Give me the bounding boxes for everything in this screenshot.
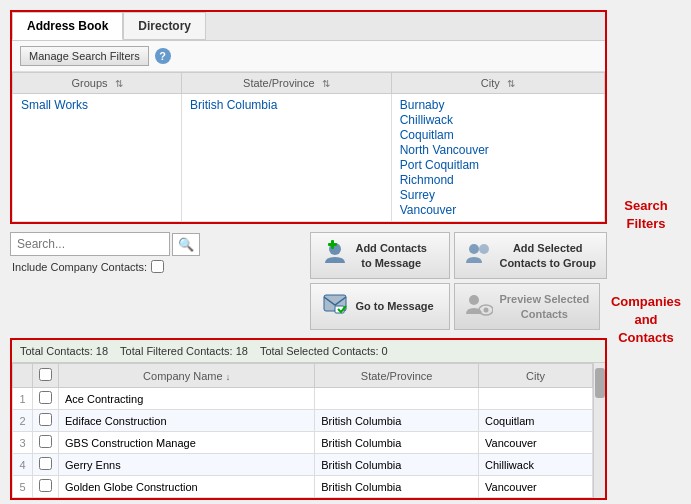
search-icon: 🔍 <box>178 237 194 252</box>
row-5-checkbox[interactable] <box>39 479 52 492</box>
row-1-checkbox[interactable] <box>39 391 52 404</box>
manage-search-filters-button[interactable]: Manage Search Filters <box>20 46 149 66</box>
search-input-row: 🔍 <box>10 232 200 256</box>
preview-selected-icon <box>465 290 493 323</box>
row-1-check[interactable] <box>33 388 59 410</box>
city-richmond: Richmond <box>400 173 596 187</box>
row-5-num: 5 <box>13 476 33 498</box>
city-list: Burnaby Chilliwack Coquitlam North Vanco… <box>400 98 596 217</box>
row-3-check[interactable] <box>33 432 59 454</box>
side-labels: SearchFilters Companiesand Contacts <box>611 10 681 500</box>
go-to-message-label: Go to Message <box>355 299 433 313</box>
row-1-city <box>479 388 593 410</box>
row-4-state: British Columbia <box>315 454 479 476</box>
row-1-state <box>315 388 479 410</box>
help-icon[interactable]: ? <box>155 48 171 64</box>
row-5-company: Golden Globe Construction <box>59 476 315 498</box>
col-city: City ⇅ <box>391 73 604 94</box>
total-selected: Total Selected Contacts: 0 <box>260 345 388 357</box>
row-2-check[interactable] <box>33 410 59 432</box>
company-sort-icon[interactable]: ↓ <box>226 372 231 382</box>
row-2-city: Coquitlam <box>479 410 593 432</box>
add-selected-icon <box>465 239 493 272</box>
col-state-province: State/Province ⇅ <box>182 73 392 94</box>
col-city-header: City <box>479 364 593 388</box>
row-4-check[interactable] <box>33 454 59 476</box>
search-button[interactable]: 🔍 <box>172 233 200 256</box>
table-row: 1 Ace Contracting <box>13 388 593 410</box>
row-3-num: 3 <box>13 432 33 454</box>
go-to-message-button[interactable]: Go to Message <box>310 283 450 330</box>
include-company-row: Include Company Contacts: <box>10 260 200 273</box>
preview-selected-button[interactable]: Preview SelectedContacts <box>454 283 600 330</box>
row-2-num: 2 <box>13 410 33 432</box>
row-3-city: Vancouver <box>479 432 593 454</box>
add-contacts-button[interactable]: Add Contactsto Message <box>310 232 450 279</box>
filter-city-values: Burnaby Chilliwack Coquitlam North Vanco… <box>391 94 604 222</box>
svg-point-3 <box>469 244 479 254</box>
row-5-state: British Columbia <box>315 476 479 498</box>
contacts-section: Total Contacts: 18 Total Filtered Contac… <box>10 338 607 500</box>
filter-groups-value: Small Works <box>13 94 182 222</box>
add-contacts-icon <box>321 239 349 272</box>
row-3-state: British Columbia <box>315 432 479 454</box>
city-north-vancouver: North Vancouver <box>400 143 596 157</box>
row-3-company: GBS Construction Manage <box>59 432 315 454</box>
col-num-header <box>13 364 33 388</box>
include-company-checkbox[interactable] <box>151 260 164 273</box>
search-input[interactable] <box>10 232 170 256</box>
preview-selected-label: Preview SelectedContacts <box>499 292 589 321</box>
filter-state-value: British Columbia <box>182 94 392 222</box>
add-selected-button[interactable]: Add SelectedContacts to Group <box>454 232 607 279</box>
col-groups: Groups ⇅ <box>13 73 182 94</box>
table-row: 4 Gerry Enns British Columbia Chilliwack <box>13 454 593 476</box>
scrollbar-thumb[interactable] <box>595 368 605 398</box>
action-buttons: Add Contactsto Message Add SelectedCont <box>310 232 607 330</box>
add-selected-label: Add SelectedContacts to Group <box>499 241 596 270</box>
preview-selected-svg <box>465 290 493 318</box>
add-contacts-svg <box>321 239 349 267</box>
add-selected-svg <box>465 239 493 267</box>
svg-point-9 <box>484 308 489 313</box>
city-sort-icon[interactable]: ⇅ <box>507 78 515 89</box>
row-5-check[interactable] <box>33 476 59 498</box>
action-area: 🔍 Include Company Contacts: <box>10 232 607 330</box>
tab-directory[interactable]: Directory <box>123 12 206 40</box>
svg-point-4 <box>479 244 489 254</box>
add-contacts-label: Add Contactsto Message <box>355 241 427 270</box>
companies-contacts-label: Companiesand Contacts <box>611 293 681 348</box>
groups-sort-icon[interactable]: ⇅ <box>115 78 123 89</box>
row-2-state: British Columbia <box>315 410 479 432</box>
go-to-message-svg <box>321 290 349 318</box>
contacts-header: Total Contacts: 18 Total Filtered Contac… <box>12 340 605 363</box>
row-2-checkbox[interactable] <box>39 413 52 426</box>
table-row: 5 Golden Globe Construction British Colu… <box>13 476 593 498</box>
col-state-province-header: State/Province <box>315 364 479 388</box>
action-row-top: Add Contactsto Message Add SelectedCont <box>310 232 607 279</box>
row-1-company: Ace Contracting <box>59 388 315 410</box>
search-filters-section: Address Book Directory Manage Search Fil… <box>10 10 607 224</box>
city-chilliwack: Chilliwack <box>400 113 596 127</box>
row-2-company: Ediface Construction <box>59 410 315 432</box>
city-burnaby: Burnaby <box>400 98 596 112</box>
row-3-checkbox[interactable] <box>39 435 52 448</box>
total-filtered: Total Filtered Contacts: 18 <box>120 345 248 357</box>
city-port-coquitlam: Port Coquitlam <box>400 158 596 172</box>
row-1-num: 1 <box>13 388 33 410</box>
city-surrey: Surrey <box>400 188 596 202</box>
tab-address-book[interactable]: Address Book <box>12 12 123 40</box>
state-sort-icon[interactable]: ⇅ <box>322 78 330 89</box>
col-check-header <box>33 364 59 388</box>
select-all-checkbox[interactable] <box>39 368 52 381</box>
tabs-row: Address Book Directory <box>12 12 605 41</box>
filter-table: Groups ⇅ State/Province ⇅ City ⇅ <box>12 72 605 222</box>
manage-row: Manage Search Filters ? <box>12 41 605 72</box>
include-company-label: Include Company Contacts: <box>12 261 147 273</box>
col-company-name-header: Company Name ↓ <box>59 364 315 388</box>
svg-rect-2 <box>328 243 337 246</box>
row-4-checkbox[interactable] <box>39 457 52 470</box>
action-row-bottom: Go to Message Previe <box>310 283 607 330</box>
total-contacts: Total Contacts: 18 <box>20 345 108 357</box>
scrollbar[interactable] <box>593 363 605 498</box>
city-coquitlam: Coquitlam <box>400 128 596 142</box>
